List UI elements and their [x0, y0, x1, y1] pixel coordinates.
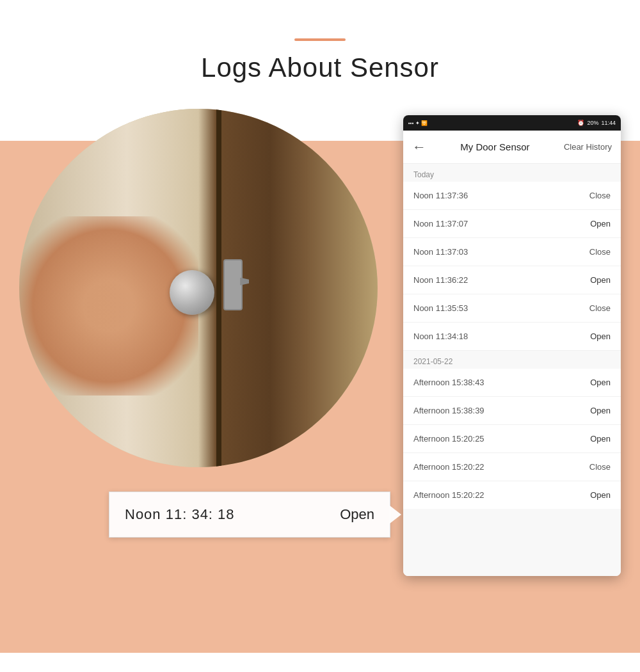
log-list: Today Noon 11:37:36 Close Noon 11:37:07 … [403, 164, 621, 576]
log-row: Noon 11:37:03 Close [403, 238, 621, 266]
log-row: Noon 11:35:53 Close [403, 294, 621, 323]
door-frame [216, 109, 221, 467]
door-scene [19, 109, 378, 467]
log-time: Noon 11:36:22 [413, 275, 468, 285]
back-button[interactable]: ← [412, 139, 426, 156]
header-accent-line [294, 38, 346, 41]
log-status: Close [589, 303, 611, 313]
app-header: ← My Door Sensor Clear History [403, 131, 621, 164]
log-time: Afternoon 15:20:22 [413, 462, 484, 472]
hand-visual [19, 216, 198, 396]
phone-status-bar: ▪▪▪ ✦ 🛜 ⏰ 20% 11:44 [403, 115, 621, 131]
today-section-header: Today [403, 164, 621, 182]
log-row: Noon 11:34:18 Open [403, 323, 621, 351]
log-time: Noon 11:37:36 [413, 191, 468, 200]
log-status: Open [590, 332, 611, 341]
log-time: Afternoon 15:20:22 [413, 490, 484, 500]
status-bar-right: ⏰ 20% 11:44 [577, 120, 616, 126]
page-header: Logs About Sensor [0, 0, 640, 102]
log-time: Noon 11:34:18 [413, 332, 468, 341]
log-status: Open [590, 406, 611, 415]
alarm-icon: ⏰ [577, 120, 584, 126]
log-status: Close [589, 247, 611, 257]
log-row: Afternoon 15:38:39 Open [403, 397, 621, 425]
log-row: Noon 11:36:22 Open [403, 266, 621, 294]
log-status: Open [590, 219, 611, 228]
log-status: Open [590, 490, 611, 500]
log-status: Open [590, 275, 611, 285]
app-title: My Door Sensor [460, 141, 529, 152]
tooltip-bubble: Noon 11: 34: 18 Open [109, 492, 390, 538]
door-image-circle [19, 109, 378, 467]
status-bar-left: ▪▪▪ ✦ 🛜 [408, 120, 428, 126]
log-row: Noon 11:37:07 Open [403, 210, 621, 238]
door-knob [170, 270, 214, 315]
battery-text: 20% [587, 120, 598, 126]
log-time: Noon 11:37:07 [413, 219, 468, 228]
log-status: Open [590, 434, 611, 444]
main-content: Noon 11: 34: 18 Open ▪▪▪ ✦ 🛜 ⏰ 20% 11:44… [0, 102, 640, 653]
log-time: Noon 11:35:53 [413, 303, 468, 313]
log-row: Noon 11:37:36 Close [403, 182, 621, 210]
log-status: Close [589, 462, 611, 472]
signal-icons: ▪▪▪ ✦ 🛜 [408, 120, 428, 126]
log-row: Afternoon 15:20:22 Open [403, 481, 621, 509]
clock-text: 11:44 [601, 120, 616, 126]
clear-history-button[interactable]: Clear History [564, 142, 612, 152]
page-title: Logs About Sensor [0, 52, 640, 83]
log-row: Afternoon 15:20:22 Close [403, 453, 621, 481]
log-time: Noon 11:37:03 [413, 247, 468, 257]
log-time: Afternoon 15:38:39 [413, 406, 484, 415]
log-status: Close [589, 191, 611, 200]
door-latch [223, 259, 243, 310]
log-time: Afternoon 15:38:43 [413, 378, 484, 387]
log-row: Afternoon 15:20:25 Open [403, 425, 621, 453]
log-row: Afternoon 15:38:43 Open [403, 369, 621, 397]
log-time: Afternoon 15:20:25 [413, 434, 484, 444]
tooltip-status: Open [340, 506, 374, 523]
phone-mockup: ▪▪▪ ✦ 🛜 ⏰ 20% 11:44 ← My Door Sensor Cle… [403, 115, 621, 576]
date-section-header: 2021-05-22 [403, 351, 621, 369]
log-status: Open [590, 378, 611, 387]
tooltip-time: Noon 11: 34: 18 [125, 506, 235, 523]
